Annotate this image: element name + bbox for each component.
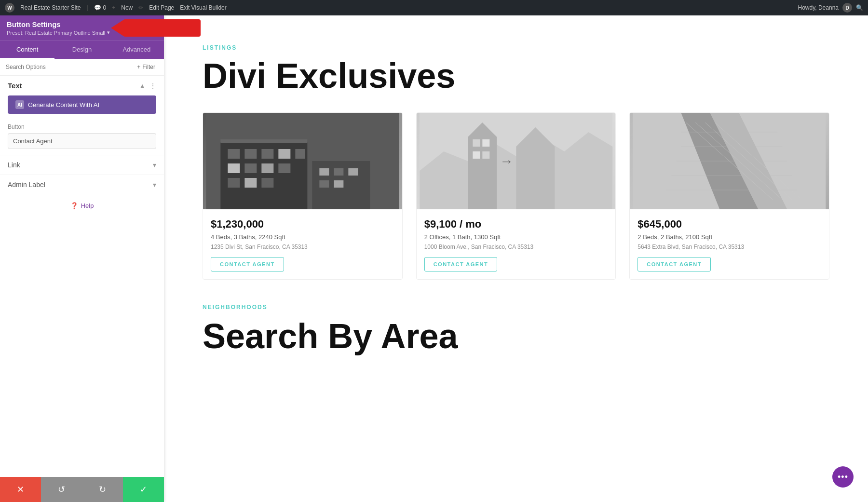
save-button[interactable]: ✓ xyxy=(123,477,164,502)
text-section-header: Text ▲ ⋮ xyxy=(0,76,164,94)
svg-rect-11 xyxy=(278,163,290,173)
card-price-2: $9,100 / mo xyxy=(424,218,608,231)
separator-3: ✏ xyxy=(138,4,143,11)
svg-text:→: → xyxy=(500,154,513,169)
svg-rect-24 xyxy=(482,139,489,147)
help-label: Help xyxy=(81,202,94,209)
sidebar-content: Text ▲ ⋮ AI Generate Content With AI But… xyxy=(0,76,164,502)
contact-agent-button-2[interactable]: CONTACT AGENT xyxy=(424,257,498,271)
link-section[interactable]: Link ▾ xyxy=(0,155,164,175)
button-section-label: Button xyxy=(8,123,156,130)
button-text-input[interactable] xyxy=(8,133,156,149)
neighborhoods-title: Search By Area xyxy=(203,316,829,356)
card-body-3: $645,000 2 Beds, 2 Baths, 2100 Sqft 5643… xyxy=(630,209,829,279)
main-content: LISTINGS Divi Exclusives xyxy=(164,15,868,502)
collapse-icon[interactable]: ▲ xyxy=(139,82,146,90)
text-section-icons: ▲ ⋮ xyxy=(139,82,156,90)
site-name-text: Real Estate Starter Site xyxy=(20,4,81,11)
admin-bar: W Real Estate Starter Site | 💬 0 + New ✏… xyxy=(0,0,868,15)
neighborhoods-label: NEIGHBORHOODS xyxy=(203,304,829,311)
svg-rect-13 xyxy=(244,178,257,188)
contact-agent-button-3[interactable]: CONTACT AGENT xyxy=(637,257,711,271)
svg-rect-12 xyxy=(228,178,240,188)
redo-button[interactable]: ↻ xyxy=(82,477,123,502)
chevron-down-icon: ▾ xyxy=(107,29,110,36)
dots-icon: ••• xyxy=(838,472,848,482)
ai-generate-button[interactable]: AI Generate Content With AI xyxy=(8,95,156,114)
separator-1: | xyxy=(86,4,88,11)
cancel-button[interactable]: ✕ xyxy=(0,477,41,502)
search-icon[interactable]: 🔍 xyxy=(856,4,863,11)
svg-rect-4 xyxy=(244,149,257,159)
new-label: New xyxy=(121,4,133,11)
svg-rect-17 xyxy=(348,168,358,176)
link-section-title: Link xyxy=(8,161,20,169)
ai-icon: AI xyxy=(15,100,24,109)
property-image-1 xyxy=(203,113,402,209)
svg-rect-26 xyxy=(482,151,489,159)
help-icon: ❓ xyxy=(70,202,78,209)
svg-rect-7 xyxy=(295,149,305,159)
card-address-3: 5643 Extra Blvd, San Fracisco, CA 35313 xyxy=(637,244,821,250)
svg-rect-10 xyxy=(261,163,273,173)
ai-button-label: Generate Content With AI xyxy=(28,101,99,109)
text-section-title: Text xyxy=(8,81,22,90)
filter-button[interactable]: + Filter xyxy=(134,63,158,71)
site-name-link[interactable]: Real Estate Starter Site xyxy=(20,4,81,11)
exit-builder-text: Exit Visual Builder xyxy=(180,4,227,11)
property-card-3: $645,000 2 Beds, 2 Baths, 2100 Sqft 5643… xyxy=(629,112,829,280)
help-section[interactable]: ❓ Help xyxy=(0,194,164,217)
filter-icon: + xyxy=(137,64,140,70)
undo-button[interactable]: ↺ xyxy=(41,477,82,502)
svg-rect-5 xyxy=(261,149,273,159)
sidebar-bottom-toolbar: ✕ ↺ ↻ ✓ xyxy=(0,477,164,502)
admin-label-title: Admin Label xyxy=(8,181,45,189)
red-arrow-indicator xyxy=(111,19,201,37)
page-title: Divi Exclusives xyxy=(203,57,829,95)
arrow-bar xyxy=(123,19,201,37)
admin-bar-right: Howdy, Deanna D 🔍 xyxy=(798,3,864,13)
card-price-1: $1,230,000 xyxy=(211,218,394,231)
card-address-2: 1000 Bloom Ave., San Fracisco, CA 35313 xyxy=(424,244,608,250)
edit-page-link[interactable]: Edit Page xyxy=(149,4,174,11)
new-link[interactable]: New xyxy=(121,4,133,11)
tab-advanced[interactable]: Advanced xyxy=(109,41,164,59)
sidebar-header-left: Button Settings Preset: Real Estate Prim… xyxy=(7,20,110,36)
svg-rect-3 xyxy=(228,149,240,159)
svg-rect-8 xyxy=(228,163,240,173)
arrow-triangle xyxy=(111,19,124,37)
sidebar-preset[interactable]: Preset: Real Estate Primary Outline Smal… xyxy=(7,29,110,36)
property-image-3 xyxy=(630,113,829,209)
exit-builder-link[interactable]: Exit Visual Builder xyxy=(180,4,227,11)
contact-agent-button-1[interactable]: CONTACT AGENT xyxy=(211,257,284,271)
sidebar-title: Button Settings xyxy=(7,20,110,28)
comment-icon: 💬 xyxy=(94,4,101,11)
search-input[interactable] xyxy=(6,64,134,70)
wp-logo: W xyxy=(5,3,14,13)
svg-rect-16 xyxy=(334,168,343,176)
howdy-text: Howdy, Deanna xyxy=(798,4,839,11)
card-body-2: $9,100 / mo 2 Offices, 1 Bath, 1300 Sqft… xyxy=(417,209,616,279)
svg-rect-15 xyxy=(319,168,329,176)
svg-rect-23 xyxy=(473,139,480,147)
sidebar: Button Settings Preset: Real Estate Prim… xyxy=(0,15,164,502)
comments-link[interactable]: 💬 0 xyxy=(94,4,107,11)
search-bar: + Filter xyxy=(0,59,164,76)
svg-rect-20 xyxy=(220,139,307,143)
listings-label: LISTINGS xyxy=(203,44,829,51)
card-price-3: $645,000 xyxy=(637,218,821,231)
tab-design[interactable]: Design xyxy=(54,41,109,59)
svg-rect-18 xyxy=(319,180,329,188)
preset-text: Preset: Real Estate Primary Outline Smal… xyxy=(7,30,105,36)
svg-rect-19 xyxy=(334,180,343,188)
link-chevron-icon: ▾ xyxy=(153,161,156,169)
admin-label-section[interactable]: Admin Label ▾ xyxy=(0,175,164,194)
tab-content[interactable]: Content xyxy=(0,41,54,59)
comment-count: 0 xyxy=(103,4,107,11)
property-image-2: → xyxy=(417,113,616,209)
floating-menu-button[interactable]: ••• xyxy=(832,466,854,488)
text-more-icon[interactable]: ⋮ xyxy=(149,82,156,90)
admin-label-chevron-icon: ▾ xyxy=(153,181,156,189)
separator-2: + xyxy=(112,4,115,11)
sidebar-tabs: Content Design Advanced xyxy=(0,41,164,59)
